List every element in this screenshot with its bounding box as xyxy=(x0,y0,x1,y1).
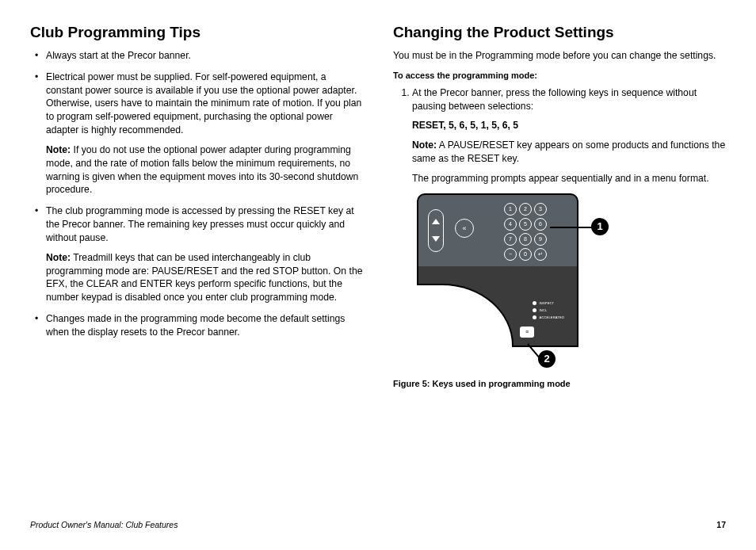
list-item: Electrical power must be supplied. For s… xyxy=(46,71,363,197)
note-text: If you do not use the optional power ada… xyxy=(46,144,358,195)
up-down-pill xyxy=(428,209,444,252)
list-item: The club programming mode is accessed by… xyxy=(46,204,363,304)
keypad-key: ↵ xyxy=(534,248,547,261)
key-sequence: RESET, 5, 6, 5, 1, 5, 6, 5 xyxy=(412,119,726,132)
page-number: 17 xyxy=(716,520,726,529)
keypad-key: 2 xyxy=(519,203,532,216)
keypad-key: 7 xyxy=(504,233,517,246)
up-arrow-icon xyxy=(432,219,440,224)
keypad-key: − xyxy=(504,248,517,261)
note-label: Note: xyxy=(46,252,71,263)
keypad-key: 1 xyxy=(504,203,517,216)
down-arrow-icon xyxy=(432,236,440,242)
tip-text: The club programming mode is accessed by… xyxy=(46,205,354,243)
tip-text: Always start at the Precor banner. xyxy=(46,50,191,61)
tips-list: Always start at the Precor banner. Elect… xyxy=(30,49,363,339)
keypad-key: 8 xyxy=(519,233,532,246)
page-footer: Product Owner's Manual: Club Features 17 xyxy=(30,520,726,529)
keypad-key: 6 xyxy=(534,218,547,231)
list-item: Changes made in the programming mode bec… xyxy=(46,312,363,339)
reset-key-icon: ≡ xyxy=(520,327,534,338)
keypad-key: 5 xyxy=(519,218,532,231)
keypad-key: 4 xyxy=(504,218,517,231)
note-label: Note: xyxy=(46,144,71,155)
keypad-key: 3 xyxy=(534,203,547,216)
console-top-panel: « 1 2 3 4 5 6 7 8 9 − 0 ↵ xyxy=(417,193,578,268)
arrow-cluster xyxy=(428,209,444,252)
callout-marker-1: 1 xyxy=(591,218,609,235)
steps-list: At the Precor banner, press the followin… xyxy=(393,86,726,185)
note-block: Note: If you do not use the optional pow… xyxy=(46,143,363,197)
intro-text: You must be in the Programming mode befo… xyxy=(393,49,726,63)
footer-left: Product Owner's Manual: Club Features xyxy=(30,520,178,529)
step-note: Note: A PAUSE/RESET key appears on some … xyxy=(412,139,726,166)
left-column: Club Programming Tips Always start at th… xyxy=(30,24,363,391)
heading-change-settings: Changing the Product Settings xyxy=(393,24,726,41)
back-button-icon: « xyxy=(455,219,474,238)
callout-line xyxy=(550,227,593,228)
tip-text: Changes made in the programming mode bec… xyxy=(46,313,345,338)
step-item: At the Precor banner, press the followin… xyxy=(412,86,726,185)
note-text: Treadmill keys that can be used intercha… xyxy=(46,252,362,303)
figure-programming-keys: « 1 2 3 4 5 6 7 8 9 − 0 ↵ xyxy=(393,193,726,388)
figure-caption: Figure 5: Keys used in programming mode xyxy=(393,379,726,388)
list-item: Always start at the Precor banner. xyxy=(46,49,363,63)
heading-programming-tips: Club Programming Tips xyxy=(30,24,363,41)
console-bottom-panel: INSPECT INCL ACCELERATED ≡ xyxy=(417,266,578,347)
indicator-lights: INSPECT INCL ACCELERATED xyxy=(533,301,564,319)
callout-marker-2: 2 xyxy=(538,350,556,368)
keypad-key: 9 xyxy=(534,233,547,246)
note-block: Note: Treadmill keys that can be used in… xyxy=(46,251,363,304)
step-text: At the Precor banner, press the followin… xyxy=(412,87,697,112)
numeric-keypad: 1 2 3 4 5 6 7 8 9 − 0 ↵ xyxy=(504,203,547,261)
keypad-key: 0 xyxy=(519,248,532,261)
right-column: Changing the Product Settings You must b… xyxy=(393,24,726,391)
note-label: Note: xyxy=(412,139,437,151)
sub-heading: To access the programming mode: xyxy=(393,71,726,80)
note-text: A PAUSE/RESET key appears on some produc… xyxy=(412,139,725,164)
tip-text: Electrical power must be supplied. For s… xyxy=(46,71,361,136)
console-cutout xyxy=(417,284,514,347)
step-note2: The programming prompts appear sequentia… xyxy=(412,172,726,185)
